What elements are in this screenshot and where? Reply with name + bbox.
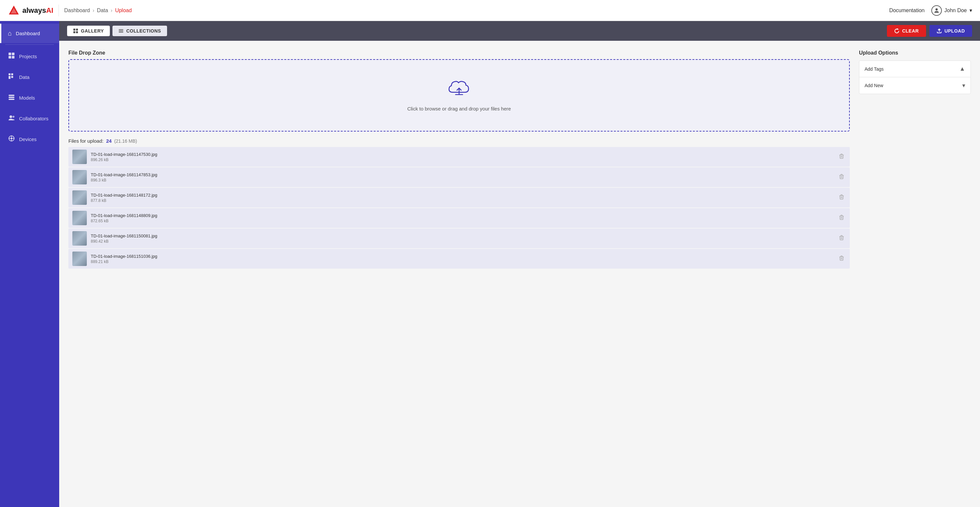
add-new-label: Add New	[865, 83, 883, 88]
toolbar: GALLERY COLLECTIONS C	[59, 21, 980, 41]
logo-text: alwaysAI	[22, 6, 53, 15]
trash-icon	[838, 194, 845, 200]
file-delete-button[interactable]	[837, 254, 846, 264]
gallery-tab-label: GALLERY	[81, 28, 104, 33]
file-delete-button[interactable]	[837, 172, 846, 183]
trash-icon	[838, 255, 845, 261]
file-delete-button[interactable]	[837, 234, 846, 244]
logo[interactable]: alwaysAI	[8, 5, 53, 16]
file-name: TD-01-load-image-1681147853.jpg	[91, 172, 833, 177]
file-info: TD-01-load-image-1681148172.jpg 877.8 kB	[91, 193, 833, 203]
right-column: Upload Options Add Tags ▲ Add New ▾	[859, 50, 971, 498]
toolbar-tabs: GALLERY COLLECTIONS	[67, 25, 167, 36]
breadcrumb-sep-1: ›	[92, 8, 94, 13]
drop-zone-instruction: Click to browse or drag and drop your fi…	[407, 106, 511, 111]
file-delete-button[interactable]	[837, 152, 846, 162]
gallery-tab[interactable]: GALLERY	[67, 25, 110, 36]
upload-button[interactable]: UPLOAD	[929, 25, 972, 37]
svg-rect-14	[8, 99, 14, 100]
add-tags-chevron-icon: ▲	[959, 65, 965, 72]
trash-icon	[838, 235, 845, 241]
upload-icon	[937, 28, 942, 33]
sidebar-item-models[interactable]: Models	[0, 87, 59, 108]
upload-button-label: UPLOAD	[945, 28, 965, 33]
add-new-row[interactable]: Add New ▾	[859, 77, 970, 94]
add-new-chevron-icon: ▾	[962, 82, 965, 89]
file-info: TD-01-load-image-1681151036.jpg 889.21 k…	[91, 254, 833, 264]
file-info: TD-01-load-image-1681147853.jpg 896.3 kB	[91, 172, 833, 183]
file-info: TD-01-load-image-1681147530.jpg 896.26 k…	[91, 152, 833, 162]
sidebar-item-label-models: Models	[19, 95, 35, 101]
file-size: 896.3 kB	[91, 178, 833, 183]
collections-tab[interactable]: COLLECTIONS	[113, 25, 167, 36]
svg-rect-23	[73, 29, 75, 30]
sidebar-item-label-projects: Projects	[19, 54, 37, 59]
file-thumbnail	[72, 170, 87, 184]
clear-button[interactable]: CLEAR	[887, 25, 926, 37]
sidebar-item-dashboard[interactable]: ⌂ Dashboard	[0, 24, 59, 43]
trash-icon	[838, 153, 845, 159]
file-list: TD-01-load-image-1681147530.jpg 896.26 k…	[68, 147, 850, 269]
svg-rect-7	[8, 73, 11, 75]
svg-rect-6	[12, 56, 14, 59]
file-item: TD-01-load-image-1681148172.jpg 877.8 kB	[68, 188, 850, 207]
main-layout: ⌂ Dashboard Projects	[0, 21, 980, 507]
toolbar-actions: CLEAR UPLOAD	[887, 25, 972, 37]
svg-point-15	[10, 115, 12, 118]
refresh-icon	[894, 28, 899, 33]
svg-rect-29	[119, 32, 123, 33]
collections-tab-label: COLLECTIONS	[126, 28, 161, 33]
user-menu[interactable]: John Doe ▾	[931, 5, 972, 16]
breadcrumb-upload: Upload	[115, 8, 132, 13]
drop-zone-title: File Drop Zone	[68, 50, 850, 56]
user-name: John Doe	[945, 8, 967, 13]
drop-zone-section: File Drop Zone Click to browse or drag a…	[68, 50, 850, 132]
files-header: Files for upload: 24 (21.16 MB)	[68, 138, 850, 144]
breadcrumb-data[interactable]: Data	[97, 8, 108, 13]
svg-rect-3	[8, 52, 11, 55]
sidebar: ⌂ Dashboard Projects	[0, 21, 59, 507]
file-delete-button[interactable]	[837, 213, 846, 223]
svg-rect-27	[119, 29, 123, 30]
svg-point-2	[935, 8, 937, 11]
files-size: (21.16 MB)	[114, 138, 137, 144]
file-size: 889.21 kB	[91, 259, 833, 264]
drop-zone[interactable]: Click to browse or drag and drop your fi…	[68, 59, 850, 132]
sidebar-divider-1	[5, 45, 54, 45]
gallery-icon	[73, 28, 78, 33]
breadcrumb: Dashboard › Data › Upload	[64, 8, 132, 13]
svg-rect-24	[76, 29, 78, 30]
file-delete-button[interactable]	[837, 193, 846, 203]
avatar-icon	[933, 7, 940, 14]
add-tags-row[interactable]: Add Tags ▲	[859, 61, 970, 77]
file-thumbnail	[72, 231, 87, 246]
clear-button-label: CLEAR	[902, 28, 919, 33]
svg-point-18	[11, 137, 13, 140]
file-size: 877.8 kB	[91, 198, 833, 203]
options-panel: Add Tags ▲ Add New ▾	[859, 60, 971, 94]
svg-rect-4	[12, 52, 14, 55]
file-item: TD-01-load-image-1681150081.jpg 890.42 k…	[68, 229, 850, 248]
sidebar-item-data[interactable]: Data	[0, 67, 59, 87]
svg-rect-25	[73, 31, 75, 33]
sidebar-item-collaborators[interactable]: Collaborators	[0, 108, 59, 129]
sidebar-item-devices[interactable]: Devices	[0, 129, 59, 149]
file-item: TD-01-load-image-1681147853.jpg 896.3 kB	[68, 167, 850, 187]
file-size: 896.26 kB	[91, 157, 833, 162]
content-area: GALLERY COLLECTIONS C	[59, 21, 980, 507]
sidebar-item-label-dashboard: Dashboard	[16, 30, 40, 36]
sidebar-item-projects[interactable]: Projects	[0, 46, 59, 67]
breadcrumb-dashboard[interactable]: Dashboard	[64, 8, 90, 13]
collaborators-icon	[8, 114, 15, 123]
files-title: Files for upload:	[68, 138, 103, 144]
file-name: TD-01-load-image-1681151036.jpg	[91, 254, 833, 259]
dashboard-icon: ⌂	[8, 30, 12, 37]
svg-rect-10	[11, 76, 13, 78]
file-name: TD-01-load-image-1681148172.jpg	[91, 193, 833, 198]
file-item: TD-01-load-image-1681148809.jpg 872.65 k…	[68, 208, 850, 228]
models-icon	[8, 94, 15, 102]
add-tags-label: Add Tags	[865, 67, 884, 72]
documentation-link[interactable]: Documentation	[889, 8, 925, 13]
svg-rect-8	[11, 73, 13, 75]
top-nav: alwaysAI Dashboard › Data › Upload Docum…	[0, 0, 980, 21]
